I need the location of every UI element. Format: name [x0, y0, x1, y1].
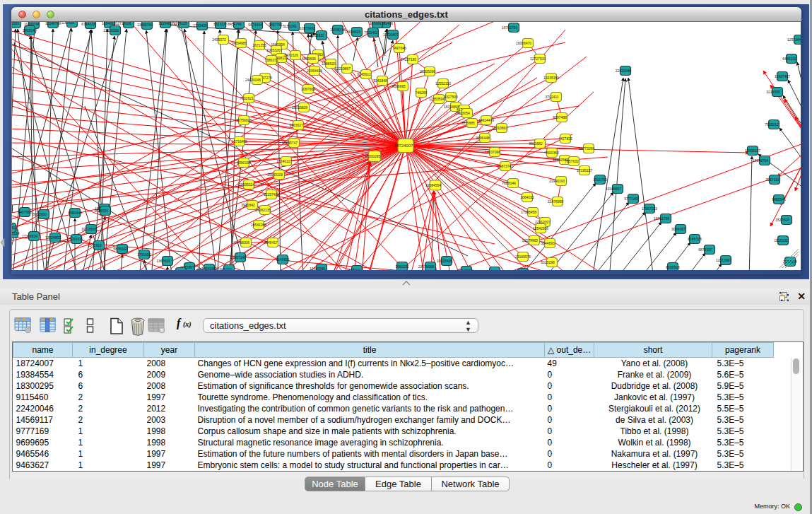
svg-text:16648764: 16648764 — [753, 158, 768, 163]
svg-text:1527602: 1527602 — [775, 218, 789, 222]
svg-text:8813054: 8813054 — [456, 111, 470, 115]
svg-text:17040117: 17040117 — [276, 159, 292, 163]
svg-text:14569117: 14569117 — [370, 22, 385, 25]
svg-text:2087662: 2087662 — [301, 87, 315, 91]
svg-text:12975125: 12975125 — [172, 22, 187, 25]
svg-text:12157425: 12157425 — [264, 192, 279, 197]
svg-text:9327503: 9327503 — [444, 95, 458, 99]
svg-text:3910842: 3910842 — [241, 203, 255, 207]
svg-text:13226058: 13226058 — [103, 28, 119, 33]
svg-text:12219867: 12219867 — [335, 66, 351, 71]
svg-text:8938923: 8938923 — [666, 265, 680, 269]
svg-text:18724007: 18724007 — [394, 144, 413, 148]
svg-text:10654112: 10654112 — [347, 268, 363, 270]
svg-text:3849417: 3849417 — [264, 240, 278, 245]
svg-text:12923446: 12923446 — [787, 37, 801, 42]
svg-text:17359924: 17359924 — [22, 234, 37, 238]
svg-text:9084067: 9084067 — [671, 227, 686, 231]
svg-text:7688049: 7688049 — [502, 181, 516, 185]
svg-text:13495794: 13495794 — [137, 23, 153, 27]
svg-text:17088458: 17088458 — [521, 210, 536, 214]
svg-text:14037096: 14037096 — [485, 150, 500, 154]
svg-text:6879197: 6879197 — [698, 247, 712, 252]
svg-text:3267110: 3267110 — [765, 177, 779, 182]
svg-text:9474444: 9474444 — [248, 23, 262, 27]
svg-text:1064032: 1064032 — [520, 195, 534, 199]
svg-text:1145193: 1145193 — [459, 269, 473, 270]
svg-text:1071913: 1071913 — [88, 243, 102, 247]
svg-text:22335324: 22335324 — [239, 182, 254, 187]
svg-text:23165576: 23165576 — [515, 255, 531, 259]
svg-text:5878342: 5878342 — [113, 247, 127, 251]
svg-text:24420046: 24420046 — [245, 78, 261, 82]
svg-text:7632621: 7632621 — [240, 96, 254, 100]
svg-text:1733426: 1733426 — [193, 23, 207, 28]
svg-text:19654985: 19654985 — [231, 41, 247, 45]
svg-text:3875685: 3875685 — [461, 121, 475, 125]
svg-text:13235150: 13235150 — [543, 76, 559, 80]
svg-text:12552150: 12552150 — [435, 81, 451, 86]
svg-text:12213967: 12213967 — [716, 258, 731, 262]
svg-text:1167533: 1167533 — [61, 22, 74, 25]
svg-text:20364436: 20364436 — [307, 69, 322, 73]
svg-text:1588520: 1588520 — [322, 62, 336, 66]
svg-text:7663822: 7663822 — [310, 33, 324, 37]
svg-text:8471626: 8471626 — [284, 53, 298, 57]
svg-text:16541088: 16541088 — [251, 223, 266, 227]
svg-text:6497568: 6497568 — [18, 210, 32, 214]
svg-text:1621022: 1621022 — [218, 267, 232, 270]
svg-text:24237180: 24237180 — [401, 57, 416, 62]
svg-text:21476999: 21476999 — [548, 199, 563, 204]
svg-text:6899695: 6899695 — [302, 57, 316, 61]
svg-text:1671355: 1671355 — [252, 43, 266, 47]
svg-text:1132541: 1132541 — [12, 226, 16, 230]
svg-text:7857632: 7857632 — [565, 159, 579, 163]
svg-text:17195157: 17195157 — [577, 168, 592, 173]
svg-text:10807487: 10807487 — [775, 74, 790, 78]
svg-text:9245612: 9245612 — [357, 72, 371, 76]
svg-text:3702411: 3702411 — [545, 95, 558, 99]
svg-text:2803144: 2803144 — [23, 28, 37, 33]
svg-text:10210663: 10210663 — [492, 126, 507, 130]
svg-text:8912950: 8912950 — [33, 212, 47, 216]
svg-text:6794028: 6794028 — [81, 22, 95, 26]
svg-text:19166857: 19166857 — [606, 187, 621, 191]
svg-text:9696448: 9696448 — [476, 136, 490, 140]
svg-text:12213383: 12213383 — [12, 22, 19, 25]
svg-text:8322037: 8322037 — [213, 22, 228, 26]
svg-text:16961758: 16961758 — [654, 216, 669, 221]
svg-text:9457791: 9457791 — [269, 23, 283, 27]
svg-text:8960124: 8960124 — [483, 269, 498, 270]
svg-text:22579965: 22579965 — [522, 238, 538, 243]
svg-text:2718126: 2718126 — [117, 22, 131, 25]
svg-text:7625402: 7625402 — [364, 30, 378, 35]
svg-text:10025438: 10025438 — [437, 259, 452, 263]
svg-text:16845747: 16845747 — [282, 141, 298, 145]
svg-text:2405572: 2405572 — [212, 37, 226, 42]
svg-text:12727933: 12727933 — [530, 57, 546, 61]
svg-text:9463627: 9463627 — [289, 123, 303, 127]
svg-text:24873742: 24873742 — [498, 164, 513, 168]
svg-text:7497646: 7497646 — [392, 46, 406, 50]
svg-text:8454749: 8454749 — [228, 22, 242, 26]
svg-text:9699695: 9699695 — [392, 84, 406, 88]
svg-text:22420046: 22420046 — [616, 69, 631, 73]
svg-text:7600363: 7600363 — [545, 151, 559, 155]
svg-text:9465546: 9465546 — [772, 197, 786, 201]
svg-text:16773266: 16773266 — [579, 146, 594, 151]
svg-text:21305096: 21305096 — [420, 69, 435, 74]
svg-text:13524851: 13524851 — [45, 235, 61, 240]
svg-text:14914479: 14914479 — [478, 118, 494, 122]
svg-text:9115460: 9115460 — [158, 22, 172, 25]
svg-text:6216012: 6216012 — [69, 237, 83, 241]
svg-text:6990194: 6990194 — [237, 160, 251, 165]
svg-text:10688609: 10688609 — [12, 206, 13, 211]
svg-text:16033809: 16033809 — [292, 105, 307, 110]
svg-text:23676068: 23676068 — [418, 264, 434, 269]
svg-text:1569231: 1569231 — [395, 264, 409, 269]
svg-text:9777169: 9777169 — [624, 197, 638, 201]
svg-text:12409948: 12409948 — [310, 267, 325, 270]
svg-text:8186328: 8186328 — [688, 237, 702, 241]
svg-text:3844693: 3844693 — [541, 241, 555, 245]
svg-text:15720407: 15720407 — [383, 33, 399, 37]
